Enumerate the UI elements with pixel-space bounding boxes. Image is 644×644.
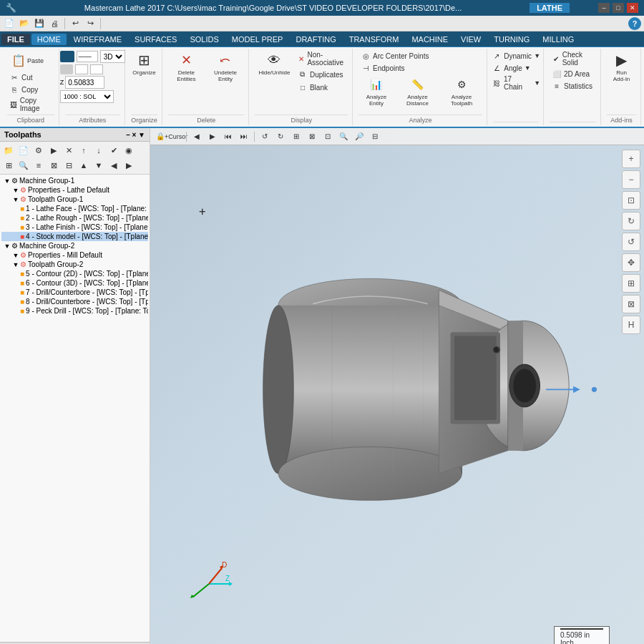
view-select[interactable]: 3D — [100, 50, 125, 63]
dynamic-button[interactable]: ↗ Dynamic ▼ — [489, 50, 542, 62]
tp-btn-15[interactable]: ▲ — [77, 158, 91, 172]
properties-mill[interactable]: ▼ ⚙ Properties - Mill Default — [1, 250, 148, 260]
vp-btn-3[interactable]: ◀ — [190, 130, 204, 143]
maximize-button[interactable]: □ — [613, 3, 624, 13]
blank-button[interactable]: □ Blank — [296, 82, 348, 93]
nav-fit[interactable]: ⊡ — [622, 191, 640, 210]
copy-image-button[interactable]: 🖼 Copy Image — [7, 96, 54, 113]
arc-center-button[interactable]: ◎ Arc Center Points — [358, 50, 431, 62]
nav-pan[interactable]: ✥ — [622, 253, 640, 272]
menu-surfaces[interactable]: SURFACES — [129, 34, 182, 45]
chain-button[interactable]: ⛓ 17 Chain ▼ — [489, 74, 542, 92]
tp-btn-9[interactable]: ◉ — [122, 143, 136, 157]
vp-btn-14[interactable]: ⊟ — [368, 130, 382, 143]
menu-transform[interactable]: TRANSFORM — [343, 34, 405, 45]
undelete-entity-button[interactable]: ⤺ Undelete Entity — [207, 50, 245, 84]
nav-right[interactable]: H — [622, 316, 640, 334]
tp-btn-7[interactable]: ↓ — [92, 143, 106, 157]
nav-rotate-y[interactable]: ↺ — [622, 233, 640, 251]
nav-zoom-out[interactable]: − — [622, 170, 640, 189]
z-input[interactable] — [65, 76, 104, 89]
op-7[interactable]: ■ 7 - Drill/Counterbore - [WCS: Top] - [… — [1, 288, 148, 297]
tp-btn-13[interactable]: ⊠ — [47, 158, 61, 172]
vp-btn-11[interactable]: ⊡ — [321, 130, 335, 143]
nav-zoom-in[interactable]: + — [622, 150, 640, 168]
menu-home[interactable]: HOME — [31, 34, 67, 45]
paste-button[interactable]: 📋 Paste — [7, 50, 54, 71]
close-button[interactable]: ✕ — [627, 3, 638, 13]
toolpath-group-1[interactable]: ▼ ⚙ Toolpath Group-1 — [1, 195, 148, 204]
op-3[interactable]: ■ 3 - Lathe Finish - [WCS: Top] - [Tplan… — [1, 223, 148, 232]
tp-btn-3[interactable]: ⚙ — [31, 143, 46, 157]
tp-btn-6[interactable]: ↑ — [77, 143, 91, 157]
qa-open-button[interactable]: 📂 — [18, 17, 31, 30]
vp-btn-9[interactable]: ⊞ — [289, 130, 303, 143]
angle-button[interactable]: ∠ Angle ▼ — [489, 62, 542, 74]
menu-file[interactable]: FILE — [1, 34, 30, 45]
cut-button[interactable]: ✂ Cut — [7, 72, 54, 83]
vp-btn-10[interactable]: ⊠ — [305, 130, 319, 143]
line-style[interactable]: —— — [77, 51, 98, 62]
op-1[interactable]: ■ 1 - Lathe Face - [WCS: Top] - [Tplane:… — [1, 204, 148, 213]
statistics-button[interactable]: ≡ Statistics — [550, 80, 596, 92]
menu-turning[interactable]: TURNING — [488, 34, 535, 45]
analyze-distance-button[interactable]: 📏 Analyze Distance — [396, 74, 439, 108]
tp-btn-5[interactable]: ✕ — [62, 143, 76, 157]
toolpath-group-2[interactable]: ▼ ⚙ Toolpath Group-2 — [1, 260, 148, 269]
qa-new-button[interactable]: 📄 — [3, 17, 16, 30]
properties-lathe[interactable]: ▼ ⚙ Properties - Lathe Default — [1, 185, 148, 195]
attr-style[interactable] — [75, 64, 88, 74]
non-assoc-button[interactable]: ✕ Non-Associative — [296, 50, 348, 67]
vp-btn-7[interactable]: ↺ — [258, 130, 272, 143]
nav-rotate-x[interactable]: ↻ — [622, 212, 640, 230]
tp-btn-2[interactable]: 📄 — [16, 143, 31, 157]
tp-btn-14[interactable]: ⊟ — [62, 158, 76, 172]
check-solid-button[interactable]: ✔ Check Solid — [550, 50, 596, 67]
scale-select[interactable]: 1000 : SOL — [60, 90, 114, 103]
run-addin-button[interactable]: ▶ Run Add-In — [607, 50, 636, 84]
tp-btn-8[interactable]: ✔ — [107, 143, 121, 157]
op-8[interactable]: ■ 8 - Drill/Counterbore - [WCS: Top] - [… — [1, 297, 148, 306]
tp-btn-16[interactable]: ▼ — [92, 158, 106, 172]
op-2[interactable]: ■ 2 - Lathe Rough - [WCS: Top] - [Tplane… — [1, 213, 148, 223]
qa-redo-button[interactable]: ↪ — [84, 17, 97, 30]
menu-machine[interactable]: MACHINE — [406, 34, 454, 45]
tp-btn-11[interactable]: 🔍 — [16, 158, 31, 172]
vp-btn-5[interactable]: ⏮ — [221, 130, 235, 143]
vp-btn-12[interactable]: 🔍 — [336, 130, 351, 143]
attr-width[interactable] — [90, 64, 103, 74]
vp-btn-8[interactable]: ↻ — [273, 130, 288, 143]
tp-btn-18[interactable]: ▶ — [122, 158, 136, 172]
tp-btn-17[interactable]: ◀ — [107, 158, 121, 172]
menu-wireframe[interactable]: WIREFRAME — [68, 34, 127, 45]
vp-btn-13[interactable]: 🔎 — [352, 130, 366, 143]
tp-btn-1[interactable]: 📁 — [1, 143, 16, 157]
vp-cursor-button[interactable]: +Cursor — [169, 130, 183, 143]
viewport[interactable]: 🔒 +Cursor ◀ ▶ ⏮ ⏭ ↺ ↻ ⊞ ⊠ ⊡ 🔍 🔎 ⊟ + — [150, 128, 644, 644]
machine-group-1[interactable]: ▼ ⚙ Machine Group-1 — [1, 176, 148, 185]
vp-btn-6[interactable]: ⏭ — [237, 130, 251, 143]
analyze-entity-button[interactable]: 📊 Analyze Entity — [358, 74, 394, 108]
analyze-toolpath-button[interactable]: ⚙ Analyze Toolpath — [441, 74, 482, 108]
endpoints-button[interactable]: ⊣ Endpoints — [358, 62, 431, 74]
organize-button[interactable]: ⊞ Organize — [130, 50, 158, 77]
delete-entities-button[interactable]: ✕ Delete Entities — [168, 50, 205, 84]
tp-btn-4[interactable]: ▶ — [47, 143, 61, 157]
hide-unhide-button[interactable]: 👁 Hide/Unhide — [255, 50, 294, 93]
tp-btn-10[interactable]: ⊞ — [1, 158, 16, 172]
copy-button[interactable]: ⎘ Copy — [7, 84, 54, 95]
op-4[interactable]: ■ 4 - Stock model - [WCS: Top] - [Tplane… — [1, 232, 148, 241]
tp-btn-12[interactable]: ≡ — [31, 158, 46, 172]
duplicates-button[interactable]: ⧉ Duplicates — [296, 69, 348, 80]
machine-group-2[interactable]: ▼ ⚙ Machine Group-2 — [1, 241, 148, 250]
minimize-button[interactable]: – — [598, 3, 610, 13]
op-6[interactable]: ■ 6 - Contour (3D) - [WCS: Top] - [Tplan… — [1, 278, 148, 288]
qa-print-button[interactable]: 🖨 — [48, 17, 61, 30]
menu-view[interactable]: VIEW — [455, 34, 487, 45]
op-9[interactable]: ■ 9 - Peck Drill - [WCS: Top] - [Tplane:… — [1, 306, 148, 316]
attr-color2[interactable] — [60, 64, 73, 74]
area-2d-button[interactable]: ⬜ 2D Area — [550, 68, 596, 79]
qa-undo-button[interactable]: ↩ — [69, 17, 82, 30]
color-swatch[interactable] — [60, 51, 74, 62]
qa-save-button[interactable]: 💾 — [33, 17, 46, 30]
